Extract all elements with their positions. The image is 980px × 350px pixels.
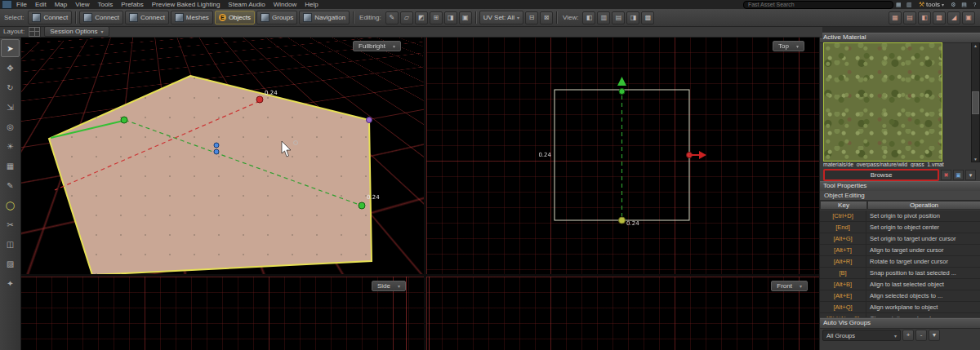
red-arrow-right[interactable]	[699, 151, 706, 159]
hotkey-operation: Align to target under cursor	[866, 245, 980, 255]
red-handle[interactable]	[256, 96, 263, 103]
green-handle-top[interactable]	[619, 89, 625, 95]
material-options-dropdown-icon[interactable]: ▾	[965, 170, 976, 180]
viewport-top-mode-dropdown[interactable]: Top ▾	[773, 41, 804, 51]
browse-button[interactable]: Browse	[823, 169, 939, 181]
layout-grid-icon[interactable]	[28, 26, 41, 38]
select-mode-groups-button[interactable]: Groups	[256, 11, 297, 24]
vis-group-select[interactable]: All Groups ▾	[822, 330, 901, 341]
grid-toggle-icon[interactable]: ▤	[612, 11, 625, 24]
uv-unwrap-icon[interactable]: ⊟	[525, 11, 538, 24]
auto-vis-groups-controls: All Groups ▾ + - ▾	[822, 330, 940, 341]
session-options-dropdown[interactable]: Session Options ▾	[44, 26, 109, 37]
select-mode-objects-button[interactable]: E Objects	[215, 11, 255, 24]
yellow-green-handle-bottom[interactable]	[619, 217, 626, 224]
displacement-tool-icon[interactable]: ▩	[933, 11, 946, 24]
menu-window[interactable]: Window	[270, 0, 301, 9]
menu-edit[interactable]: Edit	[31, 0, 51, 9]
add-vis-group-button[interactable]: +	[902, 330, 914, 341]
scroll-up-icon[interactable]: ▲	[973, 43, 978, 48]
pencil-edit-icon[interactable]: ✎	[385, 11, 399, 24]
block-tool-icon[interactable]: ▦	[1, 157, 20, 175]
menu-preview-baked-lighting[interactable]: Preview Baked Lighting	[148, 0, 225, 9]
viewport-front-mode-dropdown[interactable]: Front ▾	[771, 281, 808, 291]
blue-handle-lower[interactable]	[214, 149, 219, 154]
menu-prefabs[interactable]: Prefabs	[117, 0, 148, 9]
edge-edit-icon[interactable]: ◩	[415, 11, 428, 24]
vertex-edit-icon[interactable]: ▱	[400, 11, 413, 24]
camera-tool-icon[interactable]: ▤	[903, 11, 916, 24]
vis-group-options-dropdown[interactable]: ▾	[929, 330, 940, 341]
layout-icon[interactable]: ▥	[905, 1, 914, 8]
material-panel-scrollbar[interactable]: ▲ ▼	[971, 42, 980, 162]
select-mode-meshes-button[interactable]: Meshes	[171, 11, 213, 24]
fog-toggle-icon[interactable]: ▩	[641, 11, 654, 24]
cordon-tool-icon[interactable]: ▣	[962, 11, 975, 24]
menu-view[interactable]: View	[71, 0, 93, 9]
viewport-front[interactable]: Front ▾	[426, 277, 819, 350]
app-logo-icon	[2, 0, 12, 9]
rotate-tool-icon[interactable]: ↻	[1, 78, 20, 96]
knife-tool-icon[interactable]: ✂	[1, 215, 20, 233]
light-entity-tool-icon[interactable]: ☀	[1, 137, 20, 155]
layers-icon[interactable]: ▤	[960, 1, 969, 8]
layout-bar: Layout: Session Options ▾	[0, 26, 822, 38]
green-handle-right[interactable]	[359, 202, 365, 209]
blue-handle-upper[interactable]	[214, 143, 219, 148]
hotkey-operation: Align workplane to object	[866, 302, 980, 312]
select-mode-button-2[interactable]: Connect	[79, 11, 123, 24]
active-material-preview[interactable]	[823, 42, 942, 162]
ellipse-tool-icon[interactable]: ◯	[1, 196, 20, 214]
show-in-browser-icon[interactable]: ▣	[953, 170, 964, 180]
viewport-3d[interactable]: 0.24 0.24 Fullbright ▾	[20, 37, 424, 274]
viewport-top[interactable]: 0.24 0.24 Top ▾	[426, 37, 819, 274]
scale-tool-icon[interactable]: ⇲	[1, 98, 20, 116]
lighting-toggle-icon[interactable]: ◨	[626, 11, 639, 24]
wireframe-view-icon[interactable]: ▥	[597, 11, 610, 24]
chevron-down-icon: ▾	[894, 333, 897, 339]
help-icon[interactable]: ?	[970, 1, 979, 8]
purple-vertex-handle[interactable]	[367, 117, 372, 123]
select-mode-button-1[interactable]: Connect	[28, 11, 72, 24]
settings-gear-icon[interactable]: ⚙	[949, 1, 958, 8]
menu-steam-audio[interactable]: Steam Audio	[224, 0, 269, 9]
fast-asset-search-input[interactable]	[743, 1, 893, 9]
entity-tool-icon[interactable]: ▦	[889, 11, 902, 24]
eyedropper-tool-icon[interactable]: ✦	[1, 274, 20, 292]
select-tool-icon[interactable]: ➤	[1, 39, 20, 57]
tools-dropdown[interactable]: ⚒ tools ▾	[915, 1, 948, 8]
paint-tool-icon[interactable]: ▨	[1, 255, 20, 272]
select-mode-navigation-button[interactable]: Navigation	[299, 11, 350, 24]
viewport-side[interactable]: Side ▾	[20, 277, 424, 350]
select-mode-button-3[interactable]: Connect	[125, 11, 169, 24]
measure-label: 0.24	[538, 152, 551, 158]
snap-grid-icon[interactable]: ⊞	[430, 11, 443, 24]
green-arrow-up[interactable]	[617, 77, 626, 86]
uv-set-dropdown[interactable]: UV Set: All ▾	[479, 11, 523, 24]
texture-tool-icon[interactable]: ◧	[918, 11, 931, 24]
clip-tool-icon[interactable]: ◫	[1, 235, 20, 253]
shaded-view-icon[interactable]: ◧	[582, 11, 595, 24]
extrude-icon[interactable]: ▣	[459, 11, 472, 24]
cube-icon	[303, 13, 312, 22]
scrollbar-thumb[interactable]	[972, 91, 979, 114]
viewport-3d-mode-dropdown[interactable]: Fullbright ▾	[353, 41, 401, 51]
menu-file[interactable]: File	[12, 0, 31, 9]
clear-material-icon[interactable]: ✖	[941, 170, 951, 180]
measure-label: 0.24	[367, 194, 380, 201]
uv-pack-icon[interactable]: ⊠	[540, 11, 553, 24]
merge-icon[interactable]: ◨	[444, 11, 457, 24]
pivot-tool-icon[interactable]: ◎	[1, 117, 20, 135]
move-tool-icon[interactable]: ✥	[1, 59, 20, 77]
polygon-pen-tool-icon[interactable]: ✎	[1, 176, 20, 194]
main-toolbar: Select: Connect Connect Connect Meshes E…	[0, 9, 980, 27]
menu-map[interactable]: Map	[51, 0, 72, 9]
asset-grid-icon[interactable]: ▦	[894, 1, 903, 8]
menu-help[interactable]: Help	[301, 0, 322, 9]
menu-tools[interactable]: Tools	[93, 0, 117, 9]
remove-vis-group-button[interactable]: -	[915, 330, 927, 341]
viewport-side-mode-dropdown[interactable]: Side ▾	[372, 281, 406, 291]
physics-tool-icon[interactable]: ◢	[947, 11, 960, 24]
hotkey-key: [Ctrl+D]	[820, 210, 866, 221]
green-handle-left[interactable]	[121, 117, 127, 123]
